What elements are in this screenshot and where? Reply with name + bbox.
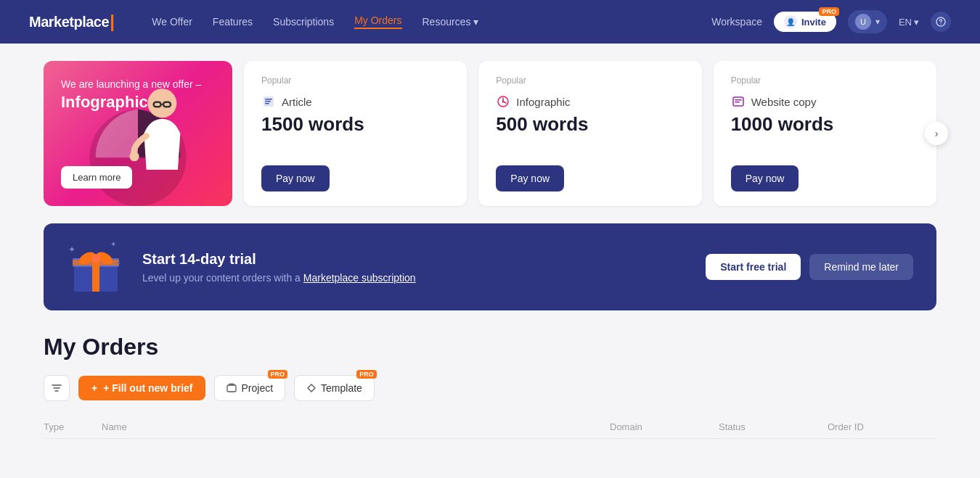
svg-text:✦: ✦ [116, 260, 121, 267]
my-orders-title: My Orders [44, 334, 936, 360]
svg-rect-15 [735, 99, 742, 101]
svg-point-3 [147, 88, 176, 118]
remind-later-button[interactable]: Remind me later [809, 254, 913, 280]
project-pro-badge: PRO [268, 370, 288, 379]
nav-links: We Offer Features Subscriptions My Order… [152, 15, 688, 29]
filter-icon [51, 382, 62, 394]
svg-point-13 [502, 101, 505, 103]
website-copy-type-label: Website copy [751, 96, 817, 108]
infographic-type-label: Infographic [516, 96, 570, 108]
col-name: Name [102, 421, 610, 432]
trial-description: Level up your content orders with a Mark… [142, 272, 688, 284]
learn-more-button[interactable]: Learn more [61, 166, 132, 189]
nav-features[interactable]: Features [213, 16, 253, 28]
my-orders-section: My Orders + + Fill out new brief Project [44, 334, 936, 439]
svg-rect-11 [265, 103, 269, 104]
website-copy-type-row: Website copy [731, 94, 919, 109]
website-copy-pay-now-button[interactable]: Pay now [731, 165, 799, 191]
fill-out-new-brief-button[interactable]: + + Fill out new brief [78, 376, 205, 400]
article-type-label: Article [282, 96, 312, 108]
nav-subscriptions[interactable]: Subscriptions [273, 16, 334, 28]
promo-card: We are launching a new offer – Infograph… [44, 61, 232, 206]
article-card: Popular Article 1500 words Pay now [244, 61, 467, 206]
trial-illustration: ✦ ✦ ✦ [67, 238, 125, 296]
nav-my-orders[interactable]: My Orders [354, 15, 401, 29]
article-type-row: Article [261, 94, 449, 109]
website-copy-popular-badge: Popular [731, 75, 919, 86]
website-copy-words: 1000 words [731, 113, 919, 136]
chevron-down-icon: ▾ [473, 16, 478, 28]
svg-text:✦: ✦ [110, 240, 116, 248]
project-button[interactable]: Project PRO [214, 375, 285, 401]
orders-toolbar: + + Fill out new brief Project PRO Templ… [44, 375, 936, 401]
col-status: Status [719, 421, 828, 432]
language-selector[interactable]: EN ▾ [899, 17, 919, 28]
product-carousel: We are launching a new offer – Infograph… [44, 61, 936, 206]
trial-title: Start 14-day trial [142, 251, 688, 268]
infographic-card: Popular Infographic 500 words Pay now [478, 61, 701, 206]
help-button[interactable] [931, 12, 951, 32]
template-icon [306, 383, 317, 393]
col-type: Type [44, 421, 102, 432]
template-pro-badge: PRO [356, 370, 377, 379]
col-order-id: Order ID [828, 421, 936, 432]
infographic-type-row: Infographic [496, 94, 684, 109]
article-pay-now-button[interactable]: Pay now [261, 165, 330, 191]
article-popular-badge: Popular [261, 75, 449, 86]
trial-banner: ✦ ✦ ✦ Start 14-day trial Level up your c… [44, 223, 936, 310]
logo[interactable]: Marketplace| [29, 12, 114, 32]
infographic-pay-now-button[interactable]: Pay now [496, 165, 564, 191]
project-icon [226, 383, 237, 393]
svg-rect-10 [265, 101, 271, 102]
navbar-right: Workspace 👤 Invite PRO U ▾ EN ▾ [711, 10, 951, 33]
invite-button[interactable]: 👤 Invite PRO [774, 12, 836, 32]
svg-rect-16 [735, 102, 740, 103]
person-icon: 👤 [784, 15, 797, 28]
main-content: We are launching a new offer – Infograph… [0, 44, 980, 456]
svg-text:✦: ✦ [68, 244, 75, 255]
svg-point-23 [91, 254, 100, 263]
workspace-label: Workspace [711, 16, 762, 28]
navbar: Marketplace| We Offer Features Subscript… [0, 0, 980, 44]
marketplace-subscription-link[interactable]: Marketplace subscription [303, 272, 416, 284]
lang-chevron-icon: ▾ [914, 17, 919, 28]
website-copy-card: Popular Website copy 1000 words Pay now [714, 61, 936, 206]
article-icon [261, 94, 276, 109]
col-domain: Domain [610, 421, 719, 432]
trial-actions: Start free trial Remind me later [706, 254, 913, 280]
svg-point-1 [940, 23, 942, 25]
svg-point-7 [129, 152, 139, 161]
infographic-popular-badge: Popular [496, 75, 684, 86]
user-chevron-icon: ▾ [875, 17, 880, 27]
svg-rect-9 [265, 99, 272, 100]
nav-we-offer[interactable]: We Offer [152, 16, 192, 28]
plus-icon: + [91, 382, 97, 394]
template-button[interactable]: Template PRO [294, 375, 375, 401]
infographic-icon [496, 94, 510, 109]
article-words: 1500 words [261, 113, 449, 136]
carousel-next-arrow[interactable]: › [925, 122, 948, 145]
filter-button[interactable] [44, 375, 70, 401]
orders-table-header: Type Name Domain Status Order ID [44, 416, 936, 439]
svg-rect-30 [227, 385, 236, 392]
website-copy-icon [731, 94, 746, 109]
start-free-trial-button[interactable]: Start free trial [706, 254, 801, 280]
nav-resources[interactable]: Resources ▾ [422, 16, 479, 28]
trial-text-block: Start 14-day trial Level up your content… [142, 251, 688, 284]
infographic-words: 500 words [496, 113, 684, 136]
gift-icon: ✦ ✦ ✦ [67, 238, 125, 296]
pro-badge: PRO [819, 7, 839, 16]
avatar: U [855, 14, 871, 30]
user-menu-button[interactable]: U ▾ [848, 10, 887, 33]
